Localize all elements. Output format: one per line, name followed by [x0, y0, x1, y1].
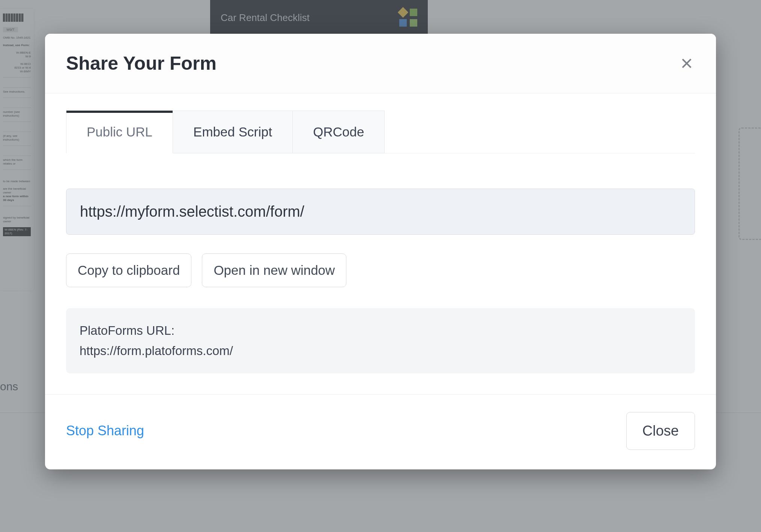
info-value: https://form.platoforms.com/ — [80, 342, 681, 360]
close-icon[interactable] — [678, 55, 695, 72]
tab-public-url[interactable]: Public URL — [66, 111, 173, 153]
tab-qrcode[interactable]: QRCode — [293, 111, 385, 153]
tab-label: QRCode — [313, 124, 364, 139]
share-tabs: Public URL Embed Script QRCode — [66, 111, 695, 153]
platoforms-url-info: PlatoForms URL: https://form.platoforms.… — [66, 308, 695, 373]
public-url-input[interactable] — [66, 189, 695, 235]
info-label: PlatoForms URL: — [80, 322, 681, 340]
tab-label: Public URL — [87, 124, 152, 139]
modal-footer: Stop Sharing Close — [45, 394, 716, 469]
modal-title: Share Your Form — [66, 52, 217, 74]
tab-label: Embed Script — [193, 124, 272, 139]
open-new-window-button[interactable]: Open in new window — [202, 253, 346, 287]
url-actions: Copy to clipboard Open in new window — [66, 253, 695, 287]
tab-embed-script[interactable]: Embed Script — [173, 111, 293, 153]
copy-to-clipboard-button[interactable]: Copy to clipboard — [66, 253, 191, 287]
stop-sharing-link[interactable]: Stop Sharing — [66, 423, 144, 439]
share-form-modal: Share Your Form Public URL Embed Script … — [45, 34, 716, 469]
close-button[interactable]: Close — [626, 412, 695, 450]
modal-body: Public URL Embed Script QRCode Copy to c… — [45, 93, 716, 394]
modal-header: Share Your Form — [45, 34, 716, 93]
